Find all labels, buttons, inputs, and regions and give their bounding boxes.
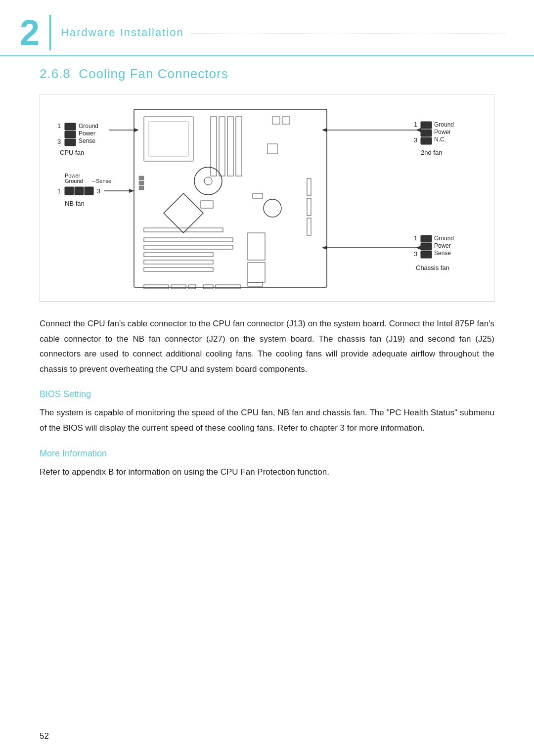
svg-rect-55	[85, 187, 93, 195]
svg-text:1: 1	[57, 122, 61, 130]
svg-rect-19	[188, 285, 196, 289]
svg-rect-35	[139, 186, 144, 190]
chapter-title: Hardware Installation	[61, 26, 184, 39]
svg-text:Power: Power	[434, 129, 451, 135]
svg-rect-4	[211, 117, 217, 176]
page-number: 52	[40, 731, 49, 741]
svg-text:Chassis fan: Chassis fan	[416, 264, 449, 271]
section-title: 2.6.8 Cooling Fan Connectors	[40, 66, 228, 81]
svg-rect-38	[65, 139, 76, 146]
svg-text:1: 1	[414, 234, 417, 242]
svg-text:Power: Power	[79, 130, 95, 137]
svg-text:3: 3	[57, 138, 61, 145]
svg-rect-72	[421, 243, 432, 250]
svg-rect-18	[171, 285, 186, 289]
svg-point-27	[264, 199, 281, 217]
svg-text:Sense: Sense	[434, 250, 451, 257]
svg-text:2nd fan: 2nd fan	[421, 149, 442, 156]
svg-marker-57	[129, 189, 134, 193]
svg-text:Sense: Sense	[79, 137, 95, 144]
svg-rect-24	[267, 144, 277, 154]
svg-text:3: 3	[97, 187, 100, 195]
more-info-text: Refer to appendix B for information on u…	[40, 465, 494, 480]
svg-rect-28	[307, 178, 311, 196]
svg-rect-32	[253, 193, 263, 198]
svg-rect-21	[216, 285, 240, 289]
fan-connector-diagram: 1 3 Ground Power Sense CPU fan Power Gro…	[40, 94, 494, 302]
main-content: 2.6.8 Cooling Fan Connectors	[0, 66, 534, 480]
svg-rect-12	[144, 267, 213, 271]
svg-rect-22	[272, 117, 280, 124]
svg-rect-2	[149, 122, 188, 156]
svg-rect-61	[421, 137, 432, 144]
svg-rect-37	[65, 131, 76, 138]
svg-text:1: 1	[57, 187, 61, 195]
svg-rect-71	[421, 235, 432, 242]
svg-marker-80	[322, 246, 327, 250]
svg-rect-33	[139, 176, 144, 180]
svg-marker-81	[416, 246, 421, 250]
svg-text:Ground: Ground	[79, 123, 98, 130]
svg-rect-0	[134, 109, 327, 287]
svg-text:CPU fan: CPU fan	[60, 149, 84, 156]
svg-rect-20	[203, 285, 213, 289]
svg-rect-10	[144, 253, 213, 257]
svg-text:Ground: Ground	[434, 121, 454, 128]
svg-rect-5	[219, 117, 225, 176]
bios-section-title: BIOS Setting	[40, 389, 494, 400]
svg-rect-1	[144, 117, 193, 161]
svg-rect-60	[421, 130, 432, 136]
svg-marker-68	[322, 128, 327, 132]
bios-section: BIOS Setting The system is capable of mo…	[40, 389, 494, 436]
more-info-title: More Information	[40, 448, 494, 459]
svg-rect-6	[227, 117, 233, 176]
svg-rect-13	[144, 228, 223, 232]
svg-rect-34	[139, 181, 144, 185]
svg-rect-29	[307, 198, 311, 216]
bios-section-text: The system is capable of monitoring the …	[40, 405, 494, 436]
chapter-number: 2	[20, 15, 51, 50]
svg-rect-59	[421, 122, 432, 129]
svg-text:NB fan: NB fan	[65, 200, 85, 207]
svg-rect-14	[248, 233, 265, 260]
svg-text:Power: Power	[434, 242, 451, 249]
svg-rect-53	[65, 187, 74, 195]
svg-point-25	[194, 167, 222, 195]
svg-text:Sense: Sense	[96, 178, 111, 184]
svg-marker-45	[134, 128, 139, 132]
svg-rect-9	[144, 245, 233, 249]
svg-text:Ground: Ground	[65, 178, 83, 184]
svg-text:3: 3	[414, 250, 417, 258]
page-header: 2 Hardware Installation	[0, 0, 534, 56]
body-text: Connect the CPU fan's cable connector to…	[40, 316, 494, 377]
svg-marker-69	[416, 128, 421, 132]
svg-rect-15	[248, 263, 265, 282]
svg-rect-23	[282, 117, 290, 124]
svg-marker-3	[164, 193, 203, 233]
svg-text:Ground: Ground	[434, 235, 454, 242]
svg-rect-17	[144, 285, 169, 289]
svg-rect-36	[65, 123, 76, 130]
svg-rect-30	[307, 218, 311, 235]
svg-rect-7	[236, 117, 242, 176]
svg-rect-16	[248, 282, 263, 286]
diagram-svg: 1 3 Ground Power Sense CPU fan Power Gro…	[40, 94, 494, 302]
svg-rect-11	[144, 260, 213, 264]
svg-rect-31	[201, 201, 213, 208]
svg-rect-73	[421, 251, 432, 258]
svg-text:3: 3	[414, 136, 417, 144]
more-info-section: More Information Refer to appendix B for…	[40, 448, 494, 480]
svg-text:1: 1	[414, 121, 417, 128]
svg-rect-54	[75, 187, 84, 195]
svg-text:N.C.: N.C.	[434, 136, 446, 143]
section-header: 2.6.8 Cooling Fan Connectors	[40, 66, 494, 82]
chapter-dots	[191, 34, 504, 34]
svg-rect-8	[144, 238, 233, 242]
svg-point-26	[204, 177, 212, 185]
